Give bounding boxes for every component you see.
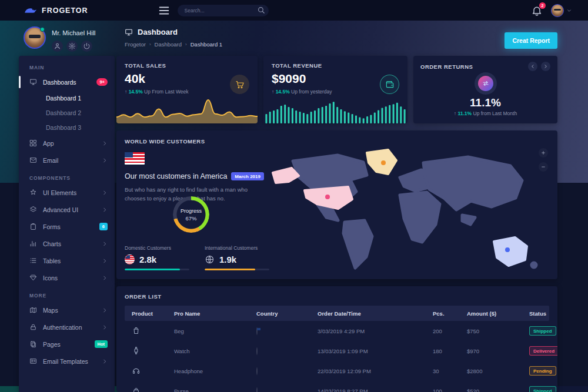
cell-amount: $520 bbox=[460, 388, 522, 392]
notifications-bell-icon[interactable]: 2 bbox=[531, 5, 543, 16]
sidebar-item-email[interactable]: Email bbox=[19, 152, 115, 169]
column-header-pcs-: Pcs. bbox=[426, 310, 460, 317]
breadcrumb-item[interactable]: Dashboard bbox=[155, 41, 182, 48]
purse-icon bbox=[132, 386, 141, 392]
sidebar-item-label: Tables bbox=[43, 257, 102, 264]
sidebar-subitem-dashboard-2[interactable]: Dashboard 2 bbox=[19, 105, 115, 120]
cell-pro-name: Purse bbox=[167, 388, 249, 392]
swap-arrows-icon bbox=[478, 76, 493, 91]
greenland-marker-dot[interactable] bbox=[381, 160, 386, 165]
clipboard-icon bbox=[29, 223, 37, 230]
card-title: WORLD WIDE CUSTOMERS bbox=[125, 138, 549, 145]
world-map[interactable] bbox=[268, 146, 552, 272]
domestic-value: 2.8k bbox=[139, 254, 156, 264]
profile-settings-gear-icon[interactable] bbox=[66, 41, 78, 52]
chevron-right-icon bbox=[102, 359, 108, 364]
sidebar-badge: Hot bbox=[95, 340, 108, 348]
sidebar-item-tables[interactable]: Tables bbox=[19, 252, 115, 269]
chevron-right-icon bbox=[102, 140, 108, 146]
chevron-left-icon[interactable] bbox=[528, 62, 537, 71]
mail-icon bbox=[29, 156, 37, 164]
cell-product bbox=[125, 366, 167, 376]
create-report-button[interactable]: Creat Report bbox=[505, 32, 557, 49]
sidebar-item-ui-elements[interactable]: UI Elements bbox=[19, 184, 115, 201]
order-returns-delta: ↑ 11.1% Up from Last Month bbox=[454, 110, 517, 116]
column-header-product: Product bbox=[125, 310, 167, 317]
sidebar-subitem-dashboard-1[interactable]: Dashboard 1 bbox=[19, 91, 115, 105]
international-progress-bar bbox=[205, 269, 255, 270]
sidebar-item-icons[interactable]: Icons bbox=[19, 269, 115, 286]
us-flag-icon bbox=[256, 327, 258, 335]
cell-amount: $2800 bbox=[460, 368, 522, 374]
status-badge: Shipped bbox=[529, 326, 556, 336]
cell-country bbox=[249, 368, 310, 374]
date-badge: March 2019 bbox=[231, 172, 264, 180]
sidebar-item-pages[interactable]: PagesHot bbox=[19, 336, 115, 353]
grid-icon bbox=[29, 139, 37, 147]
australia-marker-dot[interactable] bbox=[505, 247, 510, 252]
map-australia-highlight bbox=[494, 237, 527, 266]
column-header-amount-: Amount ($) bbox=[460, 310, 522, 317]
sidebar-section-label: MORE bbox=[19, 286, 115, 301]
page-header: Dashboard Frogetor › Dashboard › Dashboa… bbox=[125, 28, 222, 48]
carousel-arrows bbox=[528, 62, 550, 71]
profile-logout-power-icon[interactable] bbox=[81, 41, 92, 52]
sidebar-item-forms[interactable]: Forms6 bbox=[19, 218, 115, 235]
sidebar-item-advanced-ui[interactable]: Advanced UI bbox=[19, 201, 115, 218]
chevron-down-icon bbox=[567, 8, 572, 13]
sidebar-item-charts[interactable]: Charts bbox=[19, 235, 115, 252]
cell-pro-name: Watch bbox=[167, 348, 249, 354]
online-status-dot bbox=[40, 27, 45, 32]
sidebar-item-email-templates[interactable]: Email Templates bbox=[19, 353, 115, 370]
status-badge: Delivered bbox=[529, 346, 557, 356]
user-menu[interactable] bbox=[551, 4, 572, 17]
sidebar-item-maps[interactable]: Maps bbox=[19, 301, 115, 319]
progress-donut: Progress 67% bbox=[173, 196, 209, 233]
us-marker-dot[interactable] bbox=[325, 195, 330, 199]
column-header-country: Country bbox=[249, 310, 310, 317]
order-returns-card: ORDER RETURNS 11.1% ↑ 11.1% Up from Last… bbox=[413, 56, 557, 123]
sidebar-item-label: UI Elements bbox=[43, 189, 102, 196]
sidebar-item-dashboards[interactable]: Dashboards9+ bbox=[19, 73, 115, 91]
sidebar-item-label: App bbox=[43, 140, 102, 147]
zoom-out-icon[interactable] bbox=[539, 162, 548, 172]
menu-toggle-icon[interactable] bbox=[158, 4, 171, 17]
total-sales-delta: ↑ 14.5% Up From Last Week bbox=[125, 89, 249, 95]
search-input[interactable] bbox=[178, 5, 269, 16]
cell-product bbox=[125, 346, 167, 356]
cell-order-date: 14/03/2019 8:27 PM bbox=[310, 388, 426, 392]
sidebar-subitem-dashboard-3[interactable]: Dashboard 3 bbox=[19, 120, 115, 135]
sidebar-badge: 6 bbox=[99, 223, 108, 230]
chevron-right-icon bbox=[102, 190, 108, 196]
zoom-in-icon[interactable] bbox=[539, 148, 548, 158]
breadcrumb-item[interactable]: Frogetor bbox=[125, 41, 146, 48]
sidebar-item-label: Email Templates bbox=[43, 358, 102, 365]
sidebar-item-authentication[interactable]: Authentication bbox=[19, 319, 115, 336]
table-row: Headphone22/03/2019 12:09 PM30$2800Pendi… bbox=[125, 361, 549, 381]
sidebar-item-app[interactable]: App bbox=[19, 135, 115, 152]
sidebar-item-label: Pages bbox=[43, 341, 95, 348]
brand[interactable]: FROGETOR bbox=[24, 6, 88, 15]
chevron-right-icon[interactable] bbox=[541, 62, 550, 71]
table-row: Purse14/03/2019 8:27 PM100$520Shipped bbox=[125, 381, 549, 392]
domestic-progress-bar bbox=[125, 269, 180, 270]
search-icon[interactable] bbox=[257, 6, 265, 14]
cell-pro-name: Beg bbox=[167, 328, 249, 334]
id-card-icon bbox=[29, 357, 37, 365]
international-value: 1.9k bbox=[219, 254, 236, 264]
chevron-right-icon bbox=[102, 207, 108, 213]
cell-status: Shipped bbox=[522, 326, 556, 336]
cell-pro-name: Headphone bbox=[167, 368, 249, 374]
profile-user-icon[interactable] bbox=[52, 41, 63, 52]
notification-count-badge: 2 bbox=[539, 2, 546, 9]
cell-status: Shipped bbox=[522, 386, 556, 392]
cell-product bbox=[125, 326, 167, 336]
column-header-status: Status bbox=[522, 310, 549, 317]
sidebar-profile: Mr. Michael Hill bbox=[24, 26, 96, 52]
topbar-actions: 2 bbox=[531, 0, 572, 21]
bar-chart-icon bbox=[29, 240, 37, 247]
cell-product bbox=[125, 386, 167, 392]
gem-icon bbox=[29, 274, 37, 282]
order-list-card: ORDER LIST ProductPro NameCountryOrder D… bbox=[116, 286, 557, 392]
cell-amount: $750 bbox=[460, 328, 522, 334]
